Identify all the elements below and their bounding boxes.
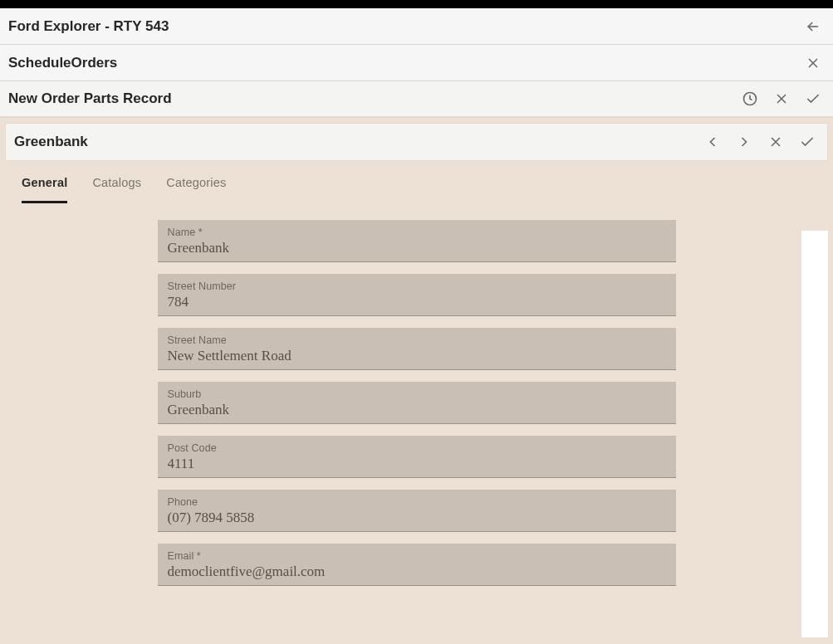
label-street-number: Street Number <box>168 281 666 292</box>
label-post-code: Post Code <box>168 442 666 454</box>
form-area: Name * Street Number Street Name Suburb … <box>0 203 833 635</box>
close-icon[interactable] <box>767 134 784 150</box>
chevron-left-icon[interactable] <box>704 134 721 150</box>
field-street-number: Street Number <box>158 274 676 316</box>
tab-catalogs[interactable]: Catalogs <box>92 176 141 203</box>
input-phone[interactable] <box>168 510 666 526</box>
close-icon[interactable] <box>773 90 790 107</box>
clock-icon[interactable] <box>742 90 758 107</box>
page-title-4: Greenbank <box>14 134 88 150</box>
close-icon[interactable] <box>805 55 821 71</box>
field-email: Email * <box>158 544 676 586</box>
input-post-code[interactable] <box>168 456 666 472</box>
back-arrow-icon[interactable] <box>805 18 821 35</box>
field-phone: Phone <box>158 490 676 532</box>
label-phone: Phone <box>168 496 666 508</box>
tab-bar: General Catalogs Categories <box>0 161 833 203</box>
input-email[interactable] <box>168 564 666 580</box>
label-name: Name * <box>168 227 666 238</box>
input-street-number[interactable] <box>168 294 666 310</box>
label-street-name: Street Name <box>168 334 666 346</box>
label-suburb: Suburb <box>168 388 666 400</box>
header-bar-4: Greenbank <box>5 123 828 161</box>
scrollbar-track[interactable] <box>801 231 828 637</box>
chevron-right-icon[interactable] <box>736 134 752 150</box>
field-name: Name * <box>158 220 676 262</box>
label-email: Email * <box>168 550 666 562</box>
input-street-name[interactable] <box>168 348 666 364</box>
page-title-3: New Order Parts Record <box>8 90 172 107</box>
page-title-2: ScheduleOrders <box>8 55 117 71</box>
field-post-code: Post Code <box>158 436 676 478</box>
header-bar-2: ScheduleOrders <box>0 45 833 81</box>
header-bar-1: Ford Explorer - RTY 543 <box>0 8 833 45</box>
header-bar-3: New Order Parts Record <box>0 81 833 118</box>
input-name[interactable] <box>168 240 666 256</box>
field-suburb: Suburb <box>158 382 676 424</box>
page-title-1: Ford Explorer - RTY 543 <box>8 18 169 35</box>
tab-categories[interactable]: Categories <box>166 176 226 203</box>
field-street-name: Street Name <box>158 328 676 370</box>
input-suburb[interactable] <box>168 402 666 418</box>
tab-general[interactable]: General <box>22 176 67 203</box>
window-top-strip <box>0 0 833 8</box>
check-icon[interactable] <box>799 134 816 150</box>
check-icon[interactable] <box>805 90 821 107</box>
